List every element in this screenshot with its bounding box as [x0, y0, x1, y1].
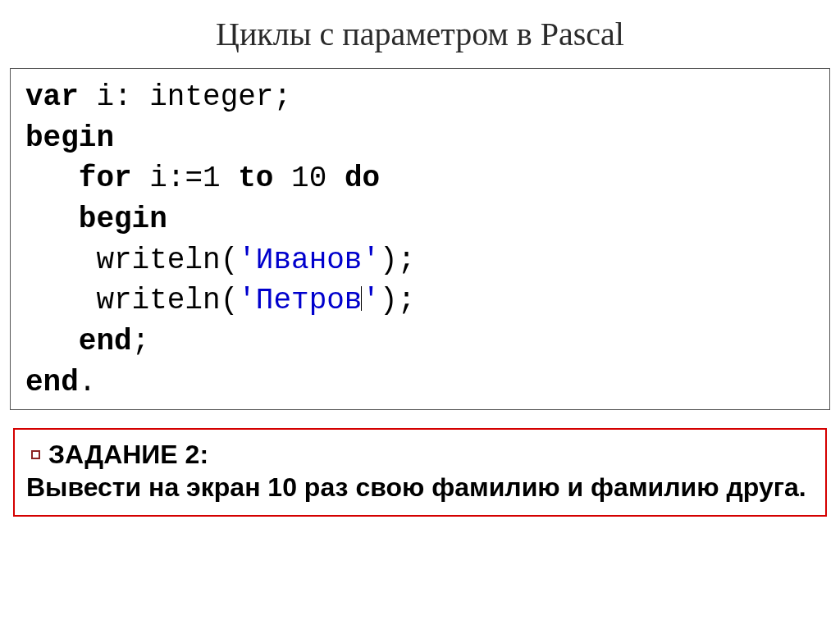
code-text: writeln(	[25, 244, 238, 277]
text-cursor-icon	[361, 286, 362, 311]
code-example: var i: integer; begin for i:=1 to 10 do …	[10, 68, 830, 410]
keyword-end: end	[25, 366, 79, 399]
code-text: );	[380, 244, 415, 277]
string-literal: 'Иванов'	[238, 244, 380, 277]
string-literal: 'Петров	[238, 284, 362, 317]
code-line-6: writeln('Петров');	[25, 280, 815, 321]
bullet-icon	[31, 450, 40, 459]
code-line-3: for i:=1 to 10 do	[25, 158, 815, 199]
code-line-4: begin	[25, 199, 815, 240]
code-text: i:=1	[132, 162, 239, 195]
code-text: ;	[132, 325, 150, 358]
keyword-begin-inner: begin	[79, 203, 167, 236]
keyword-for: for	[79, 162, 132, 195]
slide-title: Циклы с параметром в Pascal	[0, 0, 840, 62]
code-line-5: writeln('Иванов');	[25, 240, 815, 281]
task-text: Вывести на экран 10 раз свою фамилию и ф…	[26, 471, 814, 504]
keyword-to: to	[238, 162, 273, 195]
code-text: );	[380, 284, 415, 317]
string-literal: '	[362, 284, 380, 317]
code-line-2: begin	[25, 118, 815, 159]
keyword-do: do	[345, 162, 380, 195]
code-text: .	[79, 366, 97, 399]
task-header-line: ЗАДАНИЕ 2:	[26, 438, 814, 471]
code-text: 10	[273, 162, 344, 195]
code-line-8: end.	[25, 362, 815, 403]
code-text: i: integer;	[79, 80, 291, 114]
code-line-7: end;	[25, 321, 815, 362]
task-box: ЗАДАНИЕ 2: Вывести на экран 10 раз свою …	[13, 428, 827, 517]
keyword-begin: begin	[25, 121, 114, 155]
task-label: ЗАДАНИЕ 2:	[48, 440, 208, 469]
keyword-end-inner: end	[79, 325, 132, 358]
code-line-1: var i: integer;	[25, 77, 815, 118]
code-text: writeln(	[25, 284, 238, 317]
keyword-var: var	[25, 80, 79, 114]
